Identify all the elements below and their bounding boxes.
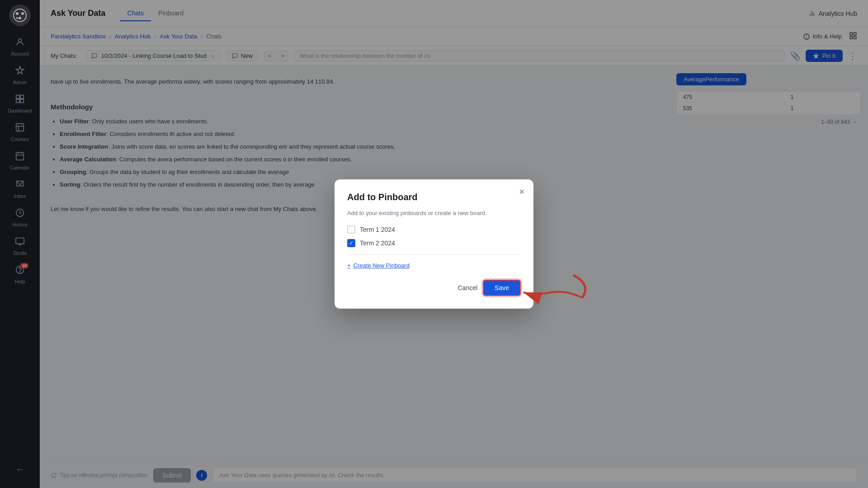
modal-overlay: Add to Pinboard × Add to your existing p… — [0, 0, 868, 488]
term2-checkbox[interactable] — [347, 239, 355, 247]
pinboard-item-term2[interactable]: Term 2 2024 — [347, 239, 521, 247]
term1-checkbox[interactable] — [347, 225, 355, 234]
save-button[interactable]: Save — [483, 280, 521, 296]
pinboard-item-term1[interactable]: Term 1 2024 — [347, 225, 521, 234]
add-to-pinboard-modal: Add to Pinboard × Add to your existing p… — [335, 179, 533, 309]
create-new-pinboard-link[interactable]: + Create New Pinboard — [347, 262, 521, 269]
modal-close-button[interactable]: × — [519, 187, 524, 197]
save-btn-wrapper: Save — [483, 280, 521, 296]
modal-title: Add to Pinboard — [347, 192, 521, 202]
modal-divider — [347, 254, 521, 255]
modal-subtitle: Add to your existing pinboards or create… — [347, 210, 521, 216]
arrow-annotation — [510, 271, 600, 325]
cancel-button[interactable]: Cancel — [458, 284, 477, 291]
modal-footer: Cancel Save — [347, 280, 521, 296]
pinboard-list: Term 1 2024 Term 2 2024 — [347, 225, 521, 247]
